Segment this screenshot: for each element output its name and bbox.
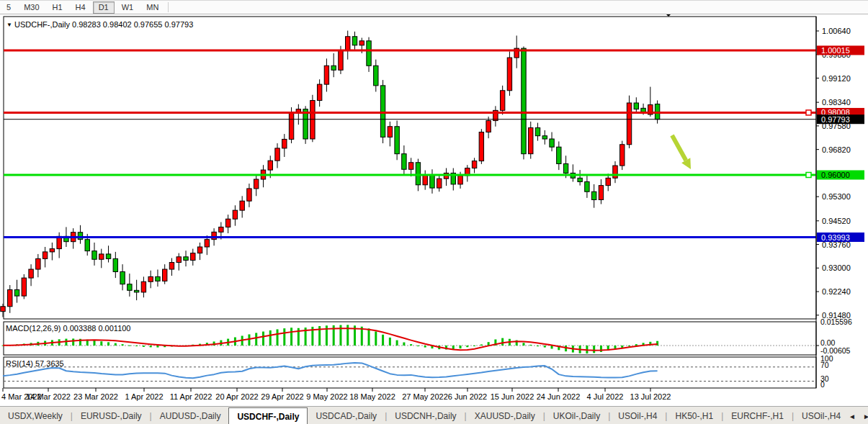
candle-bullish[interactable]: [36, 258, 40, 269]
candle-bullish[interactable]: [197, 247, 202, 253]
candle-bearish[interactable]: [557, 147, 561, 163]
candle-bearish[interactable]: [14, 289, 19, 296]
candle-bearish[interactable]: [535, 127, 540, 135]
candle-bullish[interactable]: [240, 201, 244, 210]
candle-bullish[interactable]: [99, 254, 104, 259]
symbol-tab-usdcad-daily[interactable]: USDCAD-,Daily: [308, 407, 385, 424]
candle-bearish[interactable]: [85, 240, 89, 251]
candle-bearish[interactable]: [563, 163, 568, 173]
symbol-tab-ukoil-daily[interactable]: UKOil-,Daily: [545, 407, 608, 424]
candle-bullish[interactable]: [169, 263, 174, 269]
candle-bullish[interactable]: [500, 91, 504, 111]
tab-scroll-right-icon[interactable]: ►: [863, 412, 868, 420]
candle-bullish[interactable]: [212, 232, 216, 239]
candle-bullish[interactable]: [346, 37, 350, 50]
candle-bearish[interactable]: [634, 103, 638, 109]
candle-bearish[interactable]: [92, 251, 97, 260]
candlestick-chart-canvas[interactable]: 1.006400.998800.991200.983400.975800.968…: [0, 14, 868, 406]
candle-bearish[interactable]: [78, 233, 82, 240]
candle-bearish[interactable]: [156, 276, 160, 281]
symbol-tab-usoil-h4[interactable]: USOil-,H4: [794, 407, 849, 424]
candle-bearish[interactable]: [380, 86, 385, 137]
candle-bullish[interactable]: [423, 175, 427, 185]
candle-bullish[interactable]: [268, 161, 272, 170]
candle-bullish[interactable]: [606, 178, 610, 185]
candle-bearish[interactable]: [113, 258, 117, 271]
symbol-tab-hk50-h1[interactable]: HK50-,H1: [667, 407, 721, 424]
candle-bearish[interactable]: [120, 271, 125, 284]
candle-bullish[interactable]: [613, 166, 617, 178]
symbol-tab-eurchf-h1[interactable]: EURCHF-,H1: [723, 407, 792, 424]
candle-bullish[interactable]: [233, 210, 237, 219]
candle-bullish[interactable]: [205, 240, 209, 247]
candle-bullish[interactable]: [191, 253, 195, 261]
candle-bullish[interactable]: [176, 257, 181, 263]
candle-bearish[interactable]: [402, 154, 406, 170]
candle-bullish[interactable]: [627, 103, 631, 145]
line-handle-icon[interactable]: [806, 173, 811, 178]
tab-scroll-left-icon[interactable]: ◄: [849, 412, 856, 420]
candle-bullish[interactable]: [479, 132, 483, 161]
candle-bearish[interactable]: [578, 178, 582, 181]
candle-bullish[interactable]: [289, 113, 293, 140]
candle-bullish[interactable]: [254, 179, 259, 189]
candle-bearish[interactable]: [184, 257, 188, 261]
candle-bullish[interactable]: [507, 58, 511, 91]
timeframe-button-h1[interactable]: H1: [47, 1, 68, 14]
timeframe-button-w1[interactable]: W1: [116, 1, 140, 14]
candle-bullish[interactable]: [317, 84, 321, 100]
candle-bullish[interactable]: [324, 66, 328, 84]
candle-bearish[interactable]: [542, 136, 547, 139]
candle-bullish[interactable]: [310, 101, 315, 139]
symbol-tab-usdcnh-daily[interactable]: USDCNH-,Daily: [387, 407, 464, 424]
candle-bullish[interactable]: [50, 249, 54, 252]
candle-bullish[interactable]: [486, 121, 491, 132]
candle-bearish[interactable]: [374, 66, 378, 86]
candle-bullish[interactable]: [620, 145, 625, 166]
candle-bullish[interactable]: [141, 281, 146, 292]
candle-bullish[interactable]: [275, 148, 279, 161]
symbol-tab-usoil-h4[interactable]: USOil-,H4: [610, 407, 665, 424]
candle-bearish[interactable]: [352, 37, 357, 45]
candle-bearish[interactable]: [430, 175, 434, 188]
timeframe-button-d1[interactable]: D1: [93, 1, 115, 14]
candle-bullish[interactable]: [339, 50, 343, 71]
candle-bullish[interactable]: [8, 289, 12, 306]
candle-bearish[interactable]: [331, 66, 336, 70]
candle-bearish[interactable]: [127, 284, 132, 291]
candle-bullish[interactable]: [458, 176, 462, 184]
candle-bullish[interactable]: [599, 186, 603, 200]
candle-bearish[interactable]: [416, 163, 420, 185]
candle-bearish[interactable]: [395, 127, 399, 154]
candle-bullish[interactable]: [1, 307, 5, 312]
candle-bullish[interactable]: [472, 161, 476, 168]
candle-bullish[interactable]: [42, 252, 47, 258]
candle-bullish[interactable]: [148, 276, 153, 281]
symbol-tab-usdx-weekly[interactable]: USDX,Weekly: [0, 407, 71, 424]
line-handle-icon[interactable]: [806, 110, 811, 115]
candle-bearish[interactable]: [550, 139, 554, 147]
timeframe-button-h4[interactable]: H4: [70, 1, 91, 14]
candle-bullish[interactable]: [437, 179, 442, 188]
candle-bearish[interactable]: [106, 254, 110, 258]
symbol-dropdown-icon[interactable]: ▼: [6, 22, 12, 28]
candle-bullish[interactable]: [282, 139, 287, 148]
candle-bullish[interactable]: [247, 189, 251, 201]
symbol-tab-usdchf-daily[interactable]: USDCHF-,Daily: [228, 407, 308, 424]
candle-bearish[interactable]: [641, 108, 645, 112]
symbol-tab-eurusd-daily[interactable]: EURUSD-,Daily: [73, 407, 150, 424]
symbol-tab-xauusd-daily[interactable]: XAUUSD-,Daily: [467, 407, 543, 424]
candle-bearish[interactable]: [522, 48, 526, 154]
candle-bearish[interactable]: [591, 191, 596, 199]
chart-area[interactable]: 1.006400.998800.991200.983400.975800.968…: [0, 14, 868, 405]
candle-bearish[interactable]: [585, 181, 589, 191]
candle-bullish[interactable]: [163, 269, 167, 281]
timeframe-button-mn[interactable]: MN: [140, 1, 164, 14]
candle-bullish[interactable]: [408, 163, 413, 169]
candle-bullish[interactable]: [359, 41, 364, 45]
timeframe-button-m30[interactable]: M30: [18, 1, 45, 14]
sell-direction-arrow[interactable]: [672, 135, 686, 161]
candle-bearish[interactable]: [367, 41, 371, 66]
candle-bullish[interactable]: [529, 127, 533, 153]
candle-bullish[interactable]: [225, 219, 230, 227]
